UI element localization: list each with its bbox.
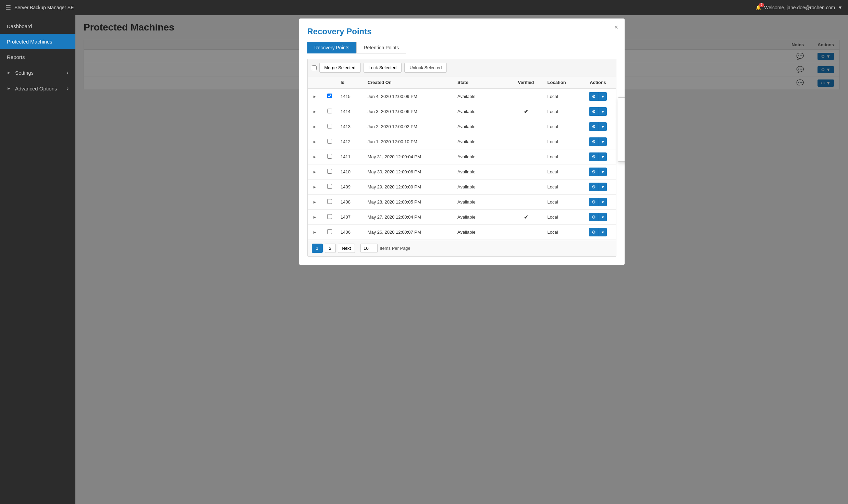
expand-cell[interactable]: ► (308, 119, 322, 134)
verified-checkmark: ✔ (524, 109, 528, 114)
expand-arrow-icon[interactable]: ► (312, 109, 317, 114)
expand-cell[interactable]: ► (308, 225, 322, 240)
gear-dropdown-toggle[interactable]: ▼ (599, 228, 607, 236)
expand-cell[interactable]: ► (308, 210, 322, 225)
gear-action-button[interactable]: ⚙ (589, 107, 599, 116)
gear-action-button[interactable]: ⚙ (589, 92, 599, 101)
expand-arrow-icon[interactable]: ► (312, 139, 317, 144)
gear-dropdown-toggle[interactable]: ▼ (599, 152, 607, 161)
user-dropdown-arrow[interactable]: ▼ (838, 5, 843, 10)
sidebar-item-protected-machines[interactable]: Protected Machines (0, 34, 75, 49)
expand-arrow-icon[interactable]: ► (312, 155, 317, 159)
main-layout: Dashboard Protected Machines Reports ► S… (0, 15, 848, 504)
gear-action-button[interactable]: ⚙ (589, 183, 599, 191)
gear-action-button[interactable]: ⚙ (589, 122, 599, 131)
sidebar-item-advanced-options[interactable]: ► Advanced Options (0, 81, 75, 96)
expand-arrow-icon[interactable]: ► (312, 215, 317, 220)
dropdown-menu-item[interactable]: Control Panel Users (618, 151, 625, 161)
expand-cell[interactable]: ► (308, 89, 322, 104)
row-checkbox[interactable] (327, 109, 332, 113)
row-checkbox[interactable] (327, 154, 332, 159)
sidebar-item-dashboard[interactable]: Dashboard (0, 19, 75, 34)
select-all-checkbox[interactable] (312, 65, 317, 70)
row-checkbox[interactable] (327, 214, 332, 219)
gear-dropdown-toggle[interactable]: ▼ (599, 168, 607, 176)
actions-cell: ⚙▼ (580, 134, 616, 149)
page-2-button[interactable]: 2 (325, 244, 336, 253)
expand-arrow-icon[interactable]: ► (312, 170, 317, 174)
gear-action-button[interactable]: ⚙ (589, 168, 599, 176)
gear-dropdown-toggle[interactable]: ▼ (599, 122, 607, 131)
gear-dropdown-toggle[interactable]: ▼ (599, 198, 607, 206)
id-cell: 1408 (337, 195, 364, 210)
gear-dropdown-toggle[interactable]: ▼ (599, 183, 607, 191)
dropdown-menu-item[interactable]: Browse (618, 98, 625, 108)
expand-cell[interactable]: ► (308, 180, 322, 195)
modal-close-button[interactable]: × (614, 23, 618, 31)
dropdown-menu-item[interactable]: Bare Metal Restore (618, 108, 625, 119)
expand-arrow-icon[interactable]: ► (312, 124, 317, 129)
table-row: ►1412Jun 1, 2020 12:00:10 PMAvailableLoc… (308, 134, 616, 149)
topbar-right: 🔔 7 Welcome, jane.doe@rochen.com ▼ (755, 5, 843, 10)
expand-arrow-icon[interactable]: ► (312, 200, 317, 205)
gear-action-button[interactable]: ⚙ (589, 228, 599, 236)
col-expand-header (308, 76, 322, 89)
expand-cell[interactable]: ► (308, 195, 322, 210)
col-location-header: Location (544, 76, 580, 89)
verified-cell (508, 164, 544, 180)
row-checkbox[interactable] (327, 184, 332, 189)
gear-action-button[interactable]: ⚙ (589, 213, 599, 221)
items-per-page-input[interactable] (360, 244, 378, 253)
page-1-button[interactable]: 1 (312, 244, 323, 253)
expand-cell[interactable]: ► (308, 104, 322, 119)
expand-arrow-icon[interactable]: ► (312, 230, 317, 235)
actions-cell: ⚙▼ (580, 164, 616, 180)
expand-arrow-icon[interactable]: ► (312, 185, 317, 189)
row-checkbox[interactable] (327, 94, 332, 98)
gear-dropdown-toggle[interactable]: ▼ (599, 92, 607, 101)
recovery-points-modal: Recovery Points × Recovery Points Retent… (299, 19, 625, 265)
unlock-selected-button[interactable]: Unlock Selected (404, 63, 447, 73)
sidebar-item-reports[interactable]: Reports (0, 49, 75, 65)
tab-retention-points[interactable]: Retention Points (356, 42, 406, 53)
dropdown-menu-item[interactable]: Merge (618, 130, 625, 140)
col-actions-header: Actions (580, 76, 616, 89)
location-cell: Local (544, 164, 580, 180)
collapse-arrow-icon: ► (7, 70, 11, 75)
lock-selected-button[interactable]: Lock Selected (364, 63, 402, 73)
checkbox-cell (322, 89, 337, 104)
gear-action-button[interactable]: ⚙ (589, 198, 599, 206)
row-checkbox[interactable] (327, 229, 332, 234)
modal-title: Recovery Points (307, 27, 616, 36)
row-checkbox[interactable] (327, 199, 332, 204)
expand-cell[interactable]: ► (308, 134, 322, 149)
gear-action-button[interactable]: ⚙ (589, 137, 599, 146)
gear-action-button[interactable]: ⚙ (589, 152, 599, 161)
row-checkbox[interactable] (327, 139, 332, 144)
merge-selected-button[interactable]: Merge Selected (319, 63, 361, 73)
sidebar-item-label: Advanced Options (15, 86, 57, 91)
app-title: Server Backup Manager SE (14, 5, 74, 10)
table-row: ►1413Jun 2, 2020 12:00:02 PMAvailableLoc… (308, 119, 616, 134)
gear-dropdown-toggle[interactable]: ▼ (599, 107, 607, 116)
location-cell: Local (544, 134, 580, 149)
checkbox-cell (322, 180, 337, 195)
gear-dropdown-toggle[interactable]: ▼ (599, 137, 607, 146)
gear-dropdown-toggle[interactable]: ▼ (599, 213, 607, 221)
tab-recovery-points[interactable]: Recovery Points (307, 42, 357, 53)
expand-cell[interactable]: ► (308, 164, 322, 180)
dropdown-menu-item[interactable]: Lock (618, 140, 625, 151)
location-cell: Local (544, 195, 580, 210)
expand-cell[interactable]: ► (308, 149, 322, 164)
next-button[interactable]: Next (338, 244, 355, 253)
table-header-row: Id Created On State Verified Location Ac… (308, 76, 616, 89)
verified-checkmark: ✔ (524, 214, 528, 220)
checkbox-cell (322, 210, 337, 225)
row-checkbox[interactable] (327, 169, 332, 174)
dropdown-menu-item[interactable]: Browse Databases (618, 119, 625, 130)
expand-arrow-icon[interactable]: ► (312, 94, 317, 99)
row-checkbox[interactable] (327, 124, 332, 128)
state-cell: Available (454, 149, 508, 164)
sidebar-item-settings[interactable]: ► Settings (0, 65, 75, 81)
notification-bell[interactable]: 🔔 7 (755, 5, 761, 10)
